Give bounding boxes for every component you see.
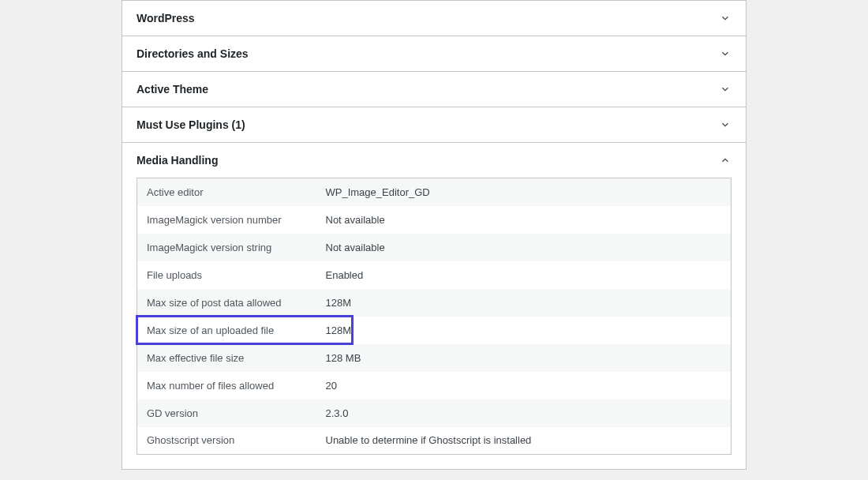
row-value: 20 — [316, 372, 731, 399]
media-handling-table: Active editorWP_Image_Editor_GDImageMagi… — [137, 178, 731, 455]
table-row: Max size of post data allowed128M — [137, 289, 731, 317]
row-value: 2.3.0 — [316, 399, 731, 427]
table-row: GD version2.3.0 — [137, 399, 731, 427]
row-label: GD version — [137, 399, 316, 427]
table-row: File uploadsEnabled — [137, 261, 731, 289]
media-handling-body: Active editorWP_Image_Editor_GDImageMagi… — [122, 178, 746, 469]
section-title: WordPress — [137, 12, 195, 24]
section-title: Directories and Sizes — [137, 47, 249, 60]
chevron-down-icon — [719, 118, 731, 131]
row-label: ImageMagick version number — [137, 206, 316, 234]
chevron-up-icon — [719, 154, 731, 167]
section-wordpress[interactable]: WordPress — [122, 0, 746, 36]
row-label: Ghostscript version — [137, 427, 316, 455]
section-must-use-plugins[interactable]: Must Use Plugins (1) — [122, 107, 746, 143]
table-row: Ghostscript versionUnable to determine i… — [137, 427, 731, 455]
row-value: Unable to determine if Ghostscript is in… — [316, 427, 731, 455]
table-row: ImageMagick version stringNot available — [137, 234, 731, 261]
table-row: Max effective file size128 MB — [137, 344, 731, 372]
row-label: File uploads — [137, 261, 316, 289]
row-label: Max size of an uploaded file — [137, 317, 316, 344]
section-media-handling: Media Handling Active editorWP_Image_Edi… — [122, 142, 746, 470]
section-directories-sizes[interactable]: Directories and Sizes — [122, 36, 746, 72]
row-value: Not available — [316, 206, 731, 234]
row-label: Active editor — [137, 178, 316, 206]
row-value: 128 MB — [316, 344, 731, 372]
section-title: Media Handling — [137, 154, 218, 167]
row-value: 128M — [316, 317, 731, 344]
table-row: Active editorWP_Image_Editor_GD — [137, 178, 731, 206]
row-label: Max size of post data allowed — [137, 289, 316, 317]
section-media-handling-header[interactable]: Media Handling — [122, 143, 746, 178]
section-active-theme[interactable]: Active Theme — [122, 71, 746, 107]
chevron-down-icon — [719, 83, 731, 96]
section-title: Active Theme — [137, 83, 208, 96]
table-row: Max size of an uploaded file128M — [137, 317, 731, 344]
chevron-down-icon — [719, 47, 731, 60]
row-value: Not available — [316, 234, 731, 261]
table-row: Max number of files allowed20 — [137, 372, 731, 399]
row-label: Max effective file size — [137, 344, 316, 372]
row-label: Max number of files allowed — [137, 372, 316, 399]
row-value: Enabled — [316, 261, 731, 289]
section-title: Must Use Plugins (1) — [137, 118, 245, 131]
chevron-down-icon — [719, 12, 731, 24]
row-label: ImageMagick version string — [137, 234, 316, 261]
row-value: 128M — [316, 289, 731, 317]
table-row: ImageMagick version numberNot available — [137, 206, 731, 234]
row-value: WP_Image_Editor_GD — [316, 178, 731, 206]
